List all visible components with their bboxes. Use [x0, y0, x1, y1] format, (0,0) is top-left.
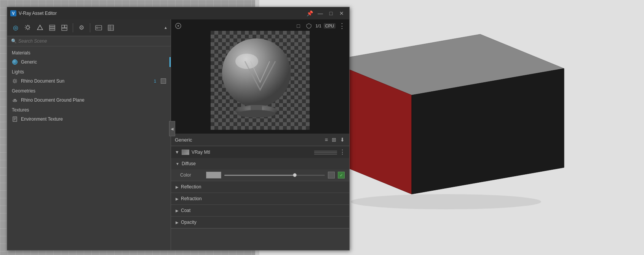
ground-plane-icon: [12, 97, 18, 103]
color-label: Color: [180, 172, 203, 178]
svg-line-33: [16, 82, 16, 83]
vray-mtl-section: ▼ VRay Mtl ⋮ ▼: [171, 146, 349, 229]
search-bar: 🔍: [7, 36, 171, 46]
layers-toolbar-icon[interactable]: [47, 22, 58, 33]
search-icon: 🔍: [11, 38, 17, 44]
environment-texture-item[interactable]: Environment Texture: [7, 114, 171, 124]
coat-subsection: ▶ Coat: [171, 205, 349, 217]
right-panel: □ 1/1 CPU ⋮: [171, 19, 349, 250]
svg-rect-20: [62, 28, 67, 30]
color-swatch[interactable]: [206, 172, 221, 178]
asset-editor-window: V V-Ray Asset Editor 📌 — □ ✕ ◎: [7, 7, 350, 250]
preview-toolbar: □ 1/1 CPU ⋮: [171, 22, 349, 30]
diffuse-header[interactable]: ▼ Diffuse: [171, 158, 349, 169]
color-enabled-check[interactable]: ✓: [338, 172, 345, 178]
material-generic-item[interactable]: Generic: [7, 57, 171, 67]
title-bar: V V-Ray Asset Editor 📌 — □ ✕: [7, 7, 349, 19]
color-slider-thumb: [293, 173, 297, 177]
preview-cpu-label: CPU: [324, 23, 336, 29]
render-toolbar-icon[interactable]: [105, 22, 116, 33]
svg-line-10: [26, 26, 26, 26]
materials-toolbar-icon[interactable]: ◎: [10, 22, 21, 33]
color-slider[interactable]: [224, 175, 325, 176]
preview-square-icon[interactable]: □: [294, 22, 302, 30]
preview-more-icon[interactable]: ⋮: [338, 22, 346, 30]
generic-material-icon: [12, 59, 18, 65]
sun-light-checkbox[interactable]: [161, 78, 166, 84]
preview-right-controls: □ 1/1 CPU ⋮: [294, 22, 346, 30]
close-button[interactable]: ✕: [337, 10, 346, 17]
svg-rect-17: [50, 29, 55, 30]
left-panel: ◎ ⚙: [7, 19, 171, 250]
window-title: V-Ray Asset Editor: [19, 11, 305, 16]
svg-line-12: [26, 29, 26, 29]
vray-mtl-dots[interactable]: ⋮: [339, 148, 345, 156]
svg-point-47: [222, 38, 291, 107]
lights-section-header: Lights: [7, 67, 171, 76]
opacity-title: Opacity: [181, 220, 197, 225]
props-grid-icon[interactable]: ⊞: [331, 136, 337, 143]
svg-rect-23: [108, 25, 113, 30]
reflection-expand-icon: ▶: [176, 185, 179, 189]
opacity-expand-icon: ▶: [176, 220, 179, 225]
svg-point-22: [96, 27, 98, 29]
props-list-icon[interactable]: ≡: [324, 136, 329, 143]
vray-mtl-collapse-icon: ▼: [175, 150, 179, 155]
sphere-svg: [211, 31, 310, 130]
vfb-toolbar-icon[interactable]: [93, 22, 104, 33]
reflection-title: Reflection: [181, 184, 201, 190]
toolbar-collapse-arrow[interactable]: ▲: [164, 26, 168, 30]
sun-light-icon: [12, 78, 18, 84]
refraction-header[interactable]: ▶ Refraction: [171, 193, 349, 204]
main-toolbar: ◎ ⚙: [7, 19, 171, 36]
svg-line-35: [16, 80, 16, 80]
settings-toolbar-icon[interactable]: ⚙: [76, 22, 87, 33]
environment-texture-icon: [12, 116, 18, 122]
props-download-icon[interactable]: ⬇: [339, 136, 345, 143]
window-body: ◎ ⚙: [7, 19, 349, 250]
left-panel-collapse-btn[interactable]: ◀: [169, 121, 175, 136]
sun-light-label: Rhino Document Sun: [21, 78, 151, 84]
svg-point-5: [26, 26, 29, 29]
textures-section-header: Textures: [7, 105, 171, 114]
search-input[interactable]: [18, 38, 167, 44]
vray-mtl-header[interactable]: ▼ VRay Mtl ⋮: [171, 146, 349, 158]
svg-point-45: [177, 25, 179, 27]
maximize-button[interactable]: □: [326, 10, 336, 17]
title-bar-controls: 📌 — □ ✕: [305, 10, 346, 17]
coat-expand-icon: ▶: [176, 209, 179, 213]
geometry-toolbar-icon[interactable]: [35, 22, 45, 33]
reflection-subsection: ▶ Reflection: [171, 181, 349, 193]
refraction-expand-icon: ▶: [176, 197, 179, 201]
preview-sphere: [211, 31, 310, 130]
svg-point-27: [14, 80, 16, 82]
render-elements-icon[interactable]: [59, 22, 70, 33]
svg-line-11: [29, 29, 30, 30]
preview-counter: 1/1: [315, 24, 321, 28]
minimize-button[interactable]: —: [316, 10, 325, 17]
coat-header[interactable]: ▶ Coat: [171, 205, 349, 216]
refraction-title: Refraction: [181, 196, 202, 201]
svg-line-32: [13, 80, 14, 80]
preview-area: □ 1/1 CPU ⋮: [171, 19, 349, 134]
diffuse-title: Diffuse: [182, 161, 196, 166]
vray-mtl-name: VRay Mtl: [192, 150, 312, 155]
ground-plane-label: Rhino Document Ground Plane: [21, 97, 166, 103]
opacity-header[interactable]: ▶ Opacity: [171, 217, 349, 228]
color-texture-slot[interactable]: [328, 172, 335, 178]
reflection-header[interactable]: ▶ Reflection: [171, 181, 349, 193]
properties-panel: Generic ≡ ⊞ ⬇ ▼ VRay Mtl: [171, 134, 349, 250]
sun-light-item[interactable]: Rhino Document Sun 1: [7, 76, 171, 86]
svg-point-48: [235, 54, 258, 69]
svg-point-51: [237, 110, 275, 118]
vray-mtl-swatch: [182, 150, 189, 155]
preview-shield-icon[interactable]: [305, 22, 313, 30]
sun-light-badge: 1: [154, 79, 156, 83]
ground-plane-item[interactable]: Rhino Document Ground Plane: [7, 95, 171, 105]
refraction-subsection: ▶ Refraction: [171, 193, 349, 205]
lights-toolbar-icon[interactable]: [22, 22, 33, 33]
asset-list: Materials Generic Lights Rhino Document …: [7, 46, 171, 250]
pin-button[interactable]: 📌: [305, 10, 314, 17]
opacity-subsection: ▶ Opacity: [171, 217, 349, 228]
preview-render-icon[interactable]: [174, 22, 182, 30]
